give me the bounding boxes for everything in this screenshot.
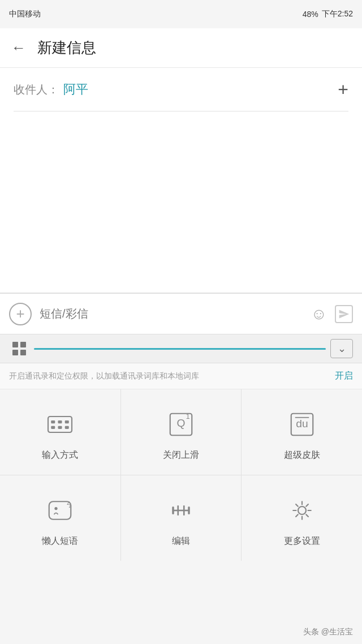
keyboard-top-bar: ⌄ (0, 334, 362, 363)
recipient-label: 收件人： (14, 82, 59, 97)
lazy-phrase-label: 懒人短语 (42, 535, 78, 547)
settings-icon (284, 492, 320, 529)
top-bar: ← 新建信息 (0, 28, 362, 68)
option-lazy-phrase[interactable]: z z 懒人短语 (0, 475, 120, 561)
option-more-settings[interactable]: 更多设置 (242, 475, 362, 561)
option-input-method[interactable]: 输入方式 (0, 389, 120, 475)
option-edit[interactable]: 编辑 (121, 475, 242, 561)
send-icon (338, 308, 350, 320)
status-bar: 中国移动 48% 下午2:52 (0, 0, 362, 28)
skin-icon: du (284, 406, 320, 443)
permission-enable-button[interactable]: 开启 (335, 370, 353, 382)
svg-rect-2 (58, 420, 62, 423)
svg-text:1: 1 (186, 413, 190, 420)
svg-rect-4 (51, 426, 55, 429)
svg-point-20 (298, 506, 306, 514)
watermark: 头条 @生活宝 (303, 627, 353, 637)
expand-keyboard-button[interactable]: ⌄ (330, 339, 353, 358)
permission-text: 开启通讯录和定位权限，以加载通讯录词库和本地词库 (9, 371, 335, 381)
svg-text:du: du (296, 418, 308, 430)
add-attachment-button[interactable]: + (9, 303, 32, 325)
input-method-label: 输入方式 (42, 449, 78, 461)
permission-notice: 开启通讯录和定位权限，以加载通讯录词库和本地词库 开启 (0, 363, 362, 389)
input-bar: + ☺ (0, 293, 362, 334)
svg-rect-1 (51, 420, 55, 423)
recipient-row: 收件人： 阿平 + (0, 68, 362, 111)
message-input[interactable] (40, 302, 303, 327)
svg-rect-5 (58, 426, 62, 429)
swipe-icon: Q 1 (163, 406, 199, 443)
close-swipe-label: 关闭上滑 (163, 449, 199, 461)
carrier-signal: 中国移动 (9, 9, 41, 19)
chevron-down-icon: ⌄ (338, 342, 346, 355)
svg-text:Q: Q (176, 417, 185, 429)
option-close-swipe[interactable]: Q 1 关闭上滑 (121, 389, 242, 475)
status-bar-right: 48% 下午2:52 (303, 9, 353, 19)
grid-dot-4 (20, 350, 26, 355)
super-skin-label: 超级皮肤 (284, 449, 320, 461)
plus-icon: + (16, 305, 24, 323)
add-recipient-button[interactable]: + (338, 80, 348, 98)
grid-mode-button[interactable] (9, 338, 29, 359)
grid-dot-3 (12, 350, 18, 355)
battery-text: 48% (303, 10, 318, 19)
edit-label: 编辑 (172, 535, 190, 547)
option-super-skin[interactable]: du 超级皮肤 (242, 389, 362, 475)
time-text: 下午2:52 (322, 9, 353, 19)
recipient-name[interactable]: 阿平 (63, 81, 333, 98)
keyboard-icon (42, 406, 78, 443)
send-button[interactable] (335, 305, 353, 323)
options-grid: 输入方式 Q 1 关闭上滑 du 超级皮肤 (0, 389, 362, 561)
svg-rect-19 (188, 506, 190, 514)
svg-rect-3 (65, 420, 69, 423)
svg-rect-18 (172, 506, 174, 514)
grid-dot-2 (20, 342, 26, 347)
svg-point-14 (55, 507, 58, 510)
more-settings-label: 更多设置 (284, 535, 320, 547)
grid-dot-1 (12, 342, 18, 347)
svg-rect-6 (65, 426, 69, 429)
back-button[interactable]: ← (11, 39, 26, 57)
emoji-button[interactable]: ☺ (311, 305, 327, 323)
phrase-icon: z z (42, 492, 78, 529)
edit-icon (163, 492, 199, 529)
svg-rect-0 (48, 417, 72, 432)
message-body-area[interactable] (0, 111, 362, 293)
input-indicator-bar (34, 348, 326, 350)
message-area: 收件人： 阿平 + (0, 68, 362, 293)
page-title: 新建信息 (37, 38, 96, 58)
svg-text:z: z (69, 503, 72, 509)
